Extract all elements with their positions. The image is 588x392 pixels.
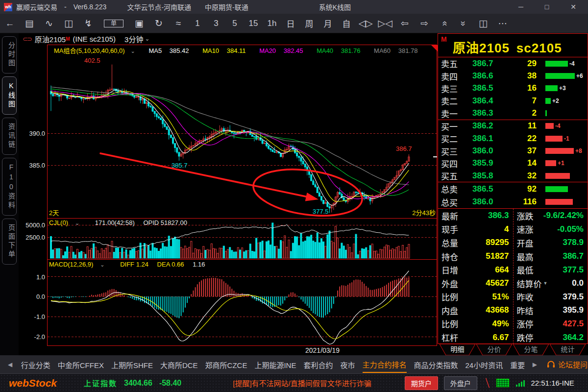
- kline-chart-svg[interactable]: [19, 44, 438, 355]
- book-row-ask-3[interactable]: 卖二386.47+2: [438, 95, 588, 107]
- book-row-ask-total-0[interactable]: 总卖386.592: [438, 182, 588, 196]
- nav-item-郑商所CZCE[interactable]: 郑商所CZCE: [205, 356, 247, 372]
- page-left-icon[interactable]: ⇦: [395, 18, 415, 29]
- stat-row-right-6: 昨收379.5: [514, 290, 588, 304]
- book-row-bid-4[interactable]: 买五385.832: [438, 170, 588, 182]
- indicator-switch-icon[interactable]: ≈: [169, 18, 188, 29]
- period-button-1h[interactable]: 1h: [263, 19, 281, 28]
- stat-value: 427.5: [534, 319, 584, 329]
- period-button-周[interactable]: 周: [300, 17, 318, 29]
- nav-item-上期所SHFE[interactable]: 上期所SHFE: [111, 356, 153, 372]
- sidebar-tab-3[interactable]: 资讯链: [2, 118, 17, 155]
- macd-axis-1: 1.0: [20, 273, 45, 281]
- book-row-bid-1[interactable]: 买二386.122-1: [438, 132, 588, 145]
- nav-item-中金所CFFEX[interactable]: 中金所CFFEX: [58, 356, 104, 372]
- nav-item-主力合约排名[interactable]: 主力合约排名: [363, 356, 407, 373]
- zoom-out-icon[interactable]: ◁▷: [356, 18, 375, 29]
- chart-symbol[interactable]: 原油2105: [35, 34, 66, 44]
- page-right-icon[interactable]: ⇨: [415, 18, 434, 29]
- index-name[interactable]: 上证指数: [84, 378, 117, 388]
- quote-symbol[interactable]: 原油2105sc2105: [453, 38, 562, 56]
- sidebar-tab-4[interactable]: F10资料: [2, 158, 17, 216]
- stat-label: 现手: [441, 223, 458, 235]
- candlestick-icon[interactable]: ◫: [59, 18, 78, 29]
- book-row-bid-0[interactable]: 买一386.211-4: [438, 120, 588, 132]
- more-icon[interactable]: ⋯: [493, 18, 513, 29]
- quote-panel: M 原油2105sc2105 卖五386.729-4卖四386.638+6卖三3…: [438, 33, 588, 344]
- order-panel-icon[interactable]: 单: [104, 20, 123, 27]
- back-icon[interactable]: ←: [0, 18, 20, 29]
- nav-item-行业分类[interactable]: 行业分类: [21, 356, 50, 372]
- period-button-自[interactable]: 自: [337, 17, 356, 29]
- volume-bar: [545, 160, 556, 166]
- nav-item-24小时资讯[interactable]: 24小时资讯: [466, 356, 503, 372]
- nav-scroll-left-icon[interactable]: ◀: [8, 361, 12, 368]
- close-button[interactable]: ✕: [570, 3, 576, 11]
- stat-row-left-9: 杠杆6.67: [438, 331, 513, 344]
- dropdown-arrow-icon[interactable]: ▼: [543, 281, 548, 286]
- nav-item-夜市[interactable]: 夜市: [340, 356, 355, 372]
- nav-item-套利合约[interactable]: 套利合约: [303, 356, 333, 372]
- chart-area[interactable]: MA组合(5,10,20,40,60,0)⌄ MA5 385.42 MA10 3…: [19, 44, 438, 355]
- layout-icon[interactable]: ◫: [473, 18, 493, 29]
- book-row-bid-total-1[interactable]: 总买386.0116: [438, 196, 588, 209]
- maximize-button[interactable]: □: [545, 3, 549, 11]
- quote-tab-分笔[interactable]: 分笔: [513, 344, 549, 355]
- book-row-label: 买一: [441, 120, 466, 132]
- period-button-日[interactable]: 日: [281, 17, 300, 29]
- book-row-price: 386.7: [466, 59, 507, 69]
- book-row-bid-3[interactable]: 买四385.914+1: [438, 157, 588, 170]
- volume-indicator-bar[interactable]: CJL(0)⌄ 171.00(42:58) OPID 51827.00: [49, 219, 194, 226]
- nav-item-大商所DCE[interactable]: 大商所DCE: [160, 356, 198, 372]
- book-row-bid-2[interactable]: 买三386.037+8: [438, 145, 588, 157]
- sidebar-tab-1[interactable]: 分时图: [2, 36, 17, 74]
- stat-value: 386.7: [534, 251, 584, 261]
- quote-list-icon[interactable]: ▤: [20, 18, 39, 29]
- overseas-account-button[interactable]: 外盘户: [444, 376, 477, 390]
- book-row-bar: +2: [545, 98, 588, 104]
- book-row-ask-1[interactable]: 卖四386.638+6: [438, 70, 588, 82]
- book-row-ask-0[interactable]: 卖五386.729-4: [438, 57, 588, 70]
- stat-label: 最高: [517, 250, 534, 263]
- volume-current-value: 171.00(42:58): [95, 219, 135, 226]
- main-toolbar: ←▤∿◫↯单▣↻≈135151h日周月自◁▷▷◁⇦⇨»»◫⋯: [0, 14, 588, 33]
- sidebar-tab-2[interactable]: K线图: [2, 76, 17, 115]
- link-contract-icon[interactable]: ⊂⊃: [23, 35, 31, 43]
- left-sidebar: 分时图K线图资讯链F10资料页面下单: [0, 33, 19, 355]
- sidebar-tab-5[interactable]: 页面下单: [2, 219, 17, 265]
- nav-item-上期能源INE[interactable]: 上期能源INE: [254, 356, 296, 372]
- collapse-up-icon[interactable]: »: [439, 14, 449, 33]
- book-row-ask-2[interactable]: 卖三386.516+3: [438, 82, 588, 95]
- minimize-button[interactable]: ─: [518, 3, 523, 11]
- nav-scroll-right-icon[interactable]: ▶: [533, 361, 537, 368]
- keyboard-icon[interactable]: [496, 379, 509, 387]
- period-button-5[interactable]: 5: [225, 19, 244, 28]
- expand-down-icon[interactable]: »: [458, 14, 469, 33]
- save-icon[interactable]: ▣: [129, 18, 149, 29]
- lightning-order-icon[interactable]: ↯: [78, 18, 98, 29]
- period-button-15[interactable]: 15: [244, 19, 263, 28]
- totals-rows: 总卖386.592总买386.0116: [438, 182, 588, 209]
- ma-indicator-bar[interactable]: MA组合(5,10,20,40,60,0)⌄ MA5 385.42 MA10 3…: [54, 46, 429, 55]
- forum-link[interactable]: 论坛提问: [547, 359, 588, 369]
- period-button-月[interactable]: 月: [318, 17, 337, 29]
- zoom-in-icon[interactable]: ▷◁: [375, 18, 395, 29]
- chart-period-selector[interactable]: 3分钟: [124, 34, 143, 44]
- quote-tab-明细[interactable]: 明细: [440, 344, 475, 355]
- stat-row-right-9: 跌停364.2: [514, 331, 588, 344]
- nav-item-重要[interactable]: 重要: [510, 356, 525, 372]
- quote-tab-分价[interactable]: 分价: [476, 344, 512, 355]
- quote-tab-统计[interactable]: 统计: [550, 344, 586, 355]
- line-chart-icon[interactable]: ∿: [39, 18, 59, 29]
- book-row-ask-4[interactable]: 卖一386.32: [438, 107, 588, 119]
- volume-bar: [545, 186, 568, 192]
- book-row-bar: -4: [545, 122, 588, 129]
- period-button-1[interactable]: 1: [188, 19, 207, 28]
- refresh-icon[interactable]: ↻: [149, 18, 169, 29]
- futures-account-button[interactable]: 期货户: [405, 376, 438, 390]
- period-button-3[interactable]: 3: [207, 19, 225, 28]
- macd-axis-0: 0.0: [20, 293, 45, 300]
- macd-indicator-bar[interactable]: MACD(12,26,9)⌄ DIFF 1.24 DEA 0.66 1.16: [49, 261, 212, 268]
- book-row-price: 385.9: [466, 158, 507, 168]
- nav-item-商品分类指数[interactable]: 商品分类指数: [414, 356, 458, 372]
